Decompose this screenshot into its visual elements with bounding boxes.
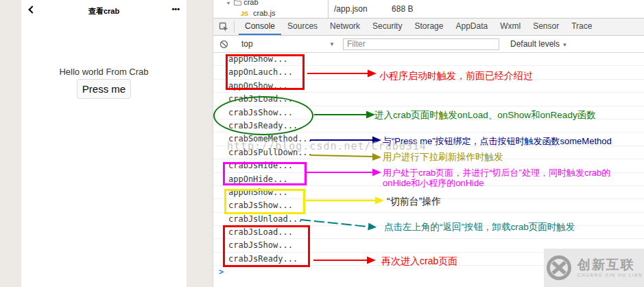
console-log-row: crabJsShow... xyxy=(213,199,644,212)
folder-icon xyxy=(234,0,241,5)
devtools-tabs: Console Sources Network Security Storage… xyxy=(239,19,598,35)
page-title: 查看crab xyxy=(21,6,187,16)
console-log-list: appOnShow... appOnLauch... appOnShow... … xyxy=(213,53,644,279)
console-log-row: crabJsShow... xyxy=(213,106,644,119)
tab-storage[interactable]: Storage xyxy=(408,19,449,35)
watermark-logo-cn: 创新互联 xyxy=(577,258,643,272)
console-log-row: appOnShow... xyxy=(213,53,644,66)
watermark-logo-icon xyxy=(545,254,573,282)
resource-preview-pane: /app.json 688 B xyxy=(328,0,644,19)
devtools-top-strip: ▾ crab JS crab.js /app.json 688 B xyxy=(213,0,644,19)
file-name: crab.js xyxy=(253,9,275,17)
tab-trace[interactable]: Trace xyxy=(565,19,598,35)
watermark-logo: 创新互联 CHUANG XIN HU LIAN xyxy=(544,249,644,287)
resource-size: 688 B xyxy=(392,4,413,14)
resource-path: /app.json xyxy=(334,4,368,14)
twisty-icon: ▾ xyxy=(227,0,230,6)
console-log-row: crabJsPullDown... xyxy=(213,146,644,159)
devtools-panel: ▾ crab JS crab.js /app.json 688 B Conso xyxy=(213,0,644,287)
folder-name: crab xyxy=(243,0,258,6)
console-log-row: crabJsUnload... xyxy=(213,213,644,226)
file-tree: ▾ crab JS crab.js xyxy=(213,0,328,19)
file-tree-file-row[interactable]: JS crab.js xyxy=(213,8,328,19)
console-filter-bar: top ▼ Default levels ▼ xyxy=(213,36,644,53)
levels-label: Default levels xyxy=(510,39,560,49)
tab-sensor[interactable]: Sensor xyxy=(527,19,565,35)
console-log-row: crabJsLoad... xyxy=(213,93,644,106)
clear-console-icon[interactable] xyxy=(213,40,234,49)
screenshot-root: 查看crab ••• Hello world From Crab Press m… xyxy=(0,0,644,287)
tab-security[interactable]: Security xyxy=(366,19,408,35)
tab-network[interactable]: Network xyxy=(324,19,366,35)
tab-wxml[interactable]: Wxml xyxy=(494,19,527,35)
context-value: top xyxy=(241,39,253,49)
greeting-text: Hello world From Crab xyxy=(21,67,187,77)
inspect-element-icon[interactable] xyxy=(213,19,234,35)
chevron-down-icon: ▼ xyxy=(329,41,335,47)
press-me-button[interactable]: Press me xyxy=(77,79,131,99)
file-tree-folder-row[interactable]: ▾ crab xyxy=(213,0,328,8)
tab-sources[interactable]: Sources xyxy=(281,19,324,35)
console-log-row: appOnHide... xyxy=(213,173,644,186)
toolbar-divider xyxy=(234,21,235,33)
console-log-row: crabSomeMethod... xyxy=(213,133,644,146)
console-log-row: appOnShow... xyxy=(213,80,644,93)
console-log-row: crabJsReady... xyxy=(213,119,644,133)
miniprogram-preview-panel: 查看crab ••• Hello world From Crab Press m… xyxy=(0,0,213,287)
navigation-bar: 查看crab ••• xyxy=(21,0,187,22)
tab-console[interactable]: Console xyxy=(239,19,281,35)
filter-input[interactable] xyxy=(343,38,499,50)
levels-chevron-down-icon: ▼ xyxy=(562,42,567,48)
log-levels-dropdown[interactable]: Default levels ▼ xyxy=(510,39,567,49)
console-log-row: appOnShow... xyxy=(213,186,644,199)
execution-context-dropdown[interactable]: top ▼ xyxy=(241,39,335,49)
devtools-toolbar: Console Sources Network Security Storage… xyxy=(213,19,644,36)
tab-appdata[interactable]: AppData xyxy=(449,19,494,35)
console-log-row: crabJsLoad... xyxy=(213,226,644,239)
console-log-row: crabJsHide... xyxy=(213,159,644,172)
more-menu-icon[interactable]: ••• xyxy=(171,5,180,13)
console-prompt-icon: > xyxy=(219,267,224,277)
js-file-icon: JS xyxy=(241,10,248,17)
console-log-row: appOnLauch... xyxy=(213,66,644,79)
phone-screen: 查看crab ••• Hello world From Crab Press m… xyxy=(21,0,187,287)
watermark-logo-en: CHUANG XIN HU LIAN xyxy=(577,273,643,277)
